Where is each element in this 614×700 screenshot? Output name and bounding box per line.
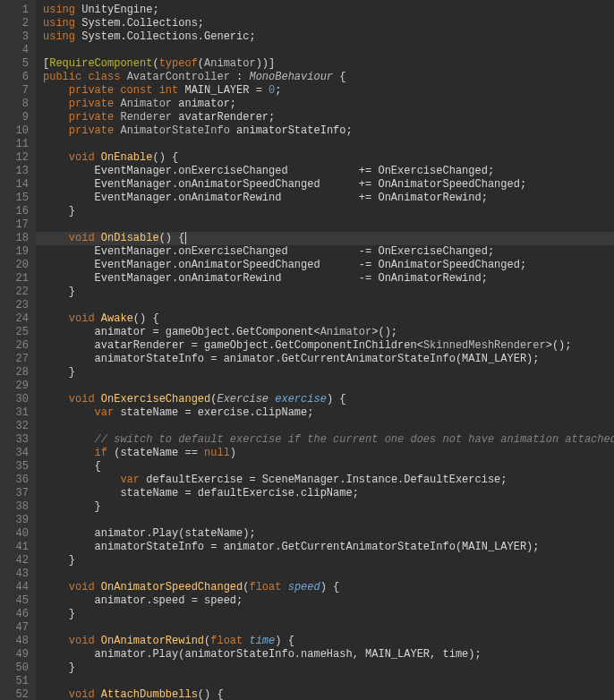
code-line[interactable]: // switch to default exercise if the cur… <box>43 433 614 447</box>
code-line[interactable]: using UnityEngine; <box>43 4 614 17</box>
token-op <box>95 151 101 164</box>
code-line[interactable]: EventManager.onExerciseChanged -= OnExer… <box>43 245 614 259</box>
code-line[interactable]: void OnDisable() { <box>36 232 614 245</box>
code-line[interactable]: } <box>43 205 614 218</box>
line-number: 2 <box>0 17 29 30</box>
code-line[interactable]: animator = gameObject.GetComponent<Anima… <box>43 326 614 339</box>
code-line[interactable]: void OnAnimatorRewind(float time) { <box>43 635 614 648</box>
code-line[interactable]: private const int MAIN_LAYER = 0; <box>43 84 614 98</box>
code-line[interactable]: } <box>43 286 614 299</box>
code-line[interactable]: var defaultExercise = SceneManager.Insta… <box>43 474 614 487</box>
code-line[interactable]: private Renderer avatarRenderer; <box>43 111 614 124</box>
token-class: Renderer <box>120 111 172 124</box>
token-kw: var <box>95 406 115 419</box>
code-line[interactable]: animatorStateInfo = animator.GetCurrentA… <box>43 353 614 366</box>
line-number: 31 <box>0 406 29 420</box>
code-line[interactable]: void Awake() { <box>43 312 614 326</box>
line-number: 44 <box>0 581 29 594</box>
token-op <box>95 312 101 325</box>
token-op <box>95 688 101 700</box>
line-number: 30 <box>0 393 29 406</box>
code-line[interactable]: void OnExerciseChanged(Exercise exercise… <box>43 393 614 406</box>
code-line[interactable]: EventManager.onAnimatorRewind += OnAnima… <box>43 192 614 205</box>
code-line[interactable]: } <box>43 554 614 568</box>
line-number: 4 <box>0 44 29 57</box>
token-op <box>43 635 69 647</box>
code-line[interactable] <box>43 138 614 151</box>
line-number: 14 <box>0 178 29 192</box>
line-number: 15 <box>0 192 29 205</box>
token-kw: int <box>159 84 179 97</box>
code-area[interactable]: using UnityEngine;using System.Collectio… <box>36 0 614 700</box>
code-line[interactable]: } <box>43 500 614 514</box>
code-line[interactable]: animator.Play(animatorStateInfo.nameHash… <box>43 648 614 662</box>
code-line[interactable]: EventManager.onExerciseChanged += OnExer… <box>43 165 614 178</box>
token-kw: private <box>69 124 114 137</box>
code-line[interactable]: [RequireComponent(typeof(Animator))] <box>43 57 614 71</box>
token-op: ) { <box>327 393 346 405</box>
token-op: System.Collections; <box>75 17 204 30</box>
code-line[interactable]: animator.Play(stateName); <box>43 527 614 541</box>
token-param: time <box>249 635 275 647</box>
code-line[interactable] <box>43 514 614 527</box>
code-line[interactable]: { <box>43 460 614 474</box>
token-kw: void <box>69 581 95 593</box>
code-line[interactable]: private Animator animator; <box>43 98 614 111</box>
code-line[interactable]: if (stateName == null) <box>43 447 614 460</box>
code-line[interactable]: animator.speed = speed; <box>43 594 614 608</box>
code-editor[interactable]: 1234567891011121314151617181920212223242… <box>0 0 614 700</box>
token-kw: void <box>69 688 95 700</box>
code-line[interactable] <box>43 380 614 393</box>
line-number: 46 <box>0 608 29 621</box>
code-line[interactable]: var stateName = exercise.clipName; <box>43 406 614 420</box>
token-op: avatarRenderer = gameObject.GetComponent… <box>43 339 423 352</box>
line-number: 37 <box>0 487 29 500</box>
code-line[interactable]: using System.Collections; <box>43 17 614 30</box>
token-op: } <box>43 205 75 218</box>
token-method: OnEnable <box>101 151 153 164</box>
code-line[interactable]: EventManager.onAnimatorSpeedChanged += O… <box>43 178 614 192</box>
code-line[interactable]: using System.Collections.Generic; <box>43 30 614 44</box>
token-op: () { <box>198 688 224 700</box>
token-kw: void <box>69 151 95 164</box>
code-line[interactable]: } <box>43 366 614 380</box>
token-op <box>43 433 95 446</box>
token-kw: typeof <box>159 57 198 70</box>
token-op: () { <box>152 151 178 164</box>
code-line[interactable]: private AnimatorStateInfo animatorStateI… <box>43 124 614 138</box>
line-number: 6 <box>0 71 29 84</box>
code-line[interactable]: stateName = defaultExercise.clipName; <box>43 487 614 500</box>
token-op <box>43 312 69 325</box>
code-line[interactable]: void OnAnimatorSpeedChanged(float speed)… <box>43 581 614 594</box>
line-number: 41 <box>0 541 29 554</box>
code-line[interactable] <box>43 299 614 312</box>
code-line[interactable]: public class AvatarController : MonoBeha… <box>43 71 614 84</box>
code-line[interactable]: animatorStateInfo = animator.GetCurrentA… <box>43 541 614 554</box>
code-line[interactable]: } <box>43 608 614 621</box>
token-kw: private const <box>69 84 159 97</box>
token-method: OnExerciseChanged <box>101 393 210 405</box>
code-line[interactable]: } <box>43 662 614 675</box>
token-op: ( <box>198 57 204 70</box>
code-line[interactable] <box>43 675 614 688</box>
code-line[interactable] <box>43 568 614 581</box>
code-line[interactable] <box>43 44 614 57</box>
token-op <box>43 98 69 110</box>
code-line[interactable] <box>43 420 614 433</box>
token-kw: public class <box>43 71 120 83</box>
token-op: ) { <box>275 635 294 647</box>
token-kw: float <box>249 581 281 593</box>
line-number: 22 <box>0 286 29 299</box>
line-number: 38 <box>0 500 29 514</box>
token-op: } <box>43 554 75 567</box>
code-line[interactable]: EventManager.onAnimatorSpeedChanged -= O… <box>43 259 614 272</box>
code-line[interactable]: avatarRenderer = gameObject.GetComponent… <box>43 339 614 353</box>
token-op <box>281 581 287 593</box>
code-line[interactable]: EventManager.onAnimatorRewind -= OnAnima… <box>43 272 614 286</box>
code-line[interactable] <box>43 621 614 635</box>
code-line[interactable] <box>43 218 614 232</box>
code-line[interactable]: void OnEnable() { <box>43 151 614 165</box>
code-line[interactable]: void AttachDumbbells() { <box>43 688 614 700</box>
token-class: SkinnedMeshRenderer <box>423 339 546 352</box>
token-op: animator.Play(stateName); <box>43 527 256 540</box>
